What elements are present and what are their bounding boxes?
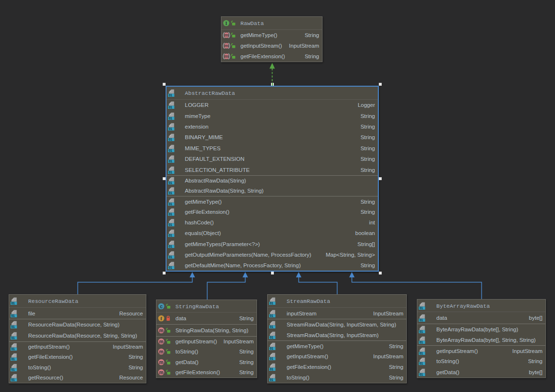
svg-text:01: 01 xyxy=(168,223,172,226)
svg-text:m: m xyxy=(159,370,163,375)
svg-text:01: 01 xyxy=(270,367,273,371)
svg-text:01: 01 xyxy=(419,318,423,322)
svg-text:01: 01 xyxy=(419,330,423,333)
svg-text:01: 01 xyxy=(270,301,273,305)
svg-text:01: 01 xyxy=(168,105,172,109)
svg-text:01: 01 xyxy=(11,378,15,381)
svg-text:01: 01 xyxy=(168,245,172,248)
svg-text:m: m xyxy=(225,54,229,59)
svg-text:01: 01 xyxy=(168,170,172,174)
svg-text:m: m xyxy=(159,349,163,354)
svg-text:01: 01 xyxy=(419,362,423,366)
svg-text:01: 01 xyxy=(419,340,423,344)
svg-text:01: 01 xyxy=(270,357,273,360)
svg-text:01: 01 xyxy=(11,368,15,371)
svg-text:01: 01 xyxy=(270,347,273,350)
svg-text:01: 01 xyxy=(168,181,172,184)
svg-text:m: m xyxy=(225,33,229,38)
svg-text:01: 01 xyxy=(168,202,172,206)
svg-text:01: 01 xyxy=(168,191,172,195)
svg-text:01: 01 xyxy=(419,373,423,376)
svg-text:01: 01 xyxy=(168,255,172,259)
svg-text:01: 01 xyxy=(168,212,172,216)
svg-text:01: 01 xyxy=(419,352,423,355)
svg-text:01: 01 xyxy=(168,266,172,269)
svg-text:01: 01 xyxy=(168,159,172,163)
svg-text:01: 01 xyxy=(270,314,273,317)
svg-text:01: 01 xyxy=(168,234,172,237)
svg-text:01: 01 xyxy=(270,325,273,328)
svg-text:m: m xyxy=(159,328,163,333)
svg-text:m: m xyxy=(159,339,163,344)
svg-text:01: 01 xyxy=(168,127,172,131)
svg-text:m: m xyxy=(159,359,163,365)
svg-text:01: 01 xyxy=(168,93,172,97)
svg-text:01: 01 xyxy=(11,314,15,317)
svg-text:01: 01 xyxy=(419,306,423,310)
svg-text:f: f xyxy=(160,316,162,321)
svg-text:01: 01 xyxy=(270,378,273,381)
svg-text:m: m xyxy=(225,43,229,48)
svg-text:01: 01 xyxy=(11,347,15,351)
svg-text:01: 01 xyxy=(11,357,15,361)
svg-text:I: I xyxy=(225,21,227,26)
svg-text:01: 01 xyxy=(11,325,15,328)
svg-text:01: 01 xyxy=(168,149,172,152)
svg-text:01: 01 xyxy=(168,117,172,120)
svg-text:01: 01 xyxy=(270,336,273,339)
svg-text:01: 01 xyxy=(11,301,15,305)
svg-text:01: 01 xyxy=(11,336,15,340)
svg-text:c: c xyxy=(160,303,163,309)
svg-text:01: 01 xyxy=(168,138,172,142)
